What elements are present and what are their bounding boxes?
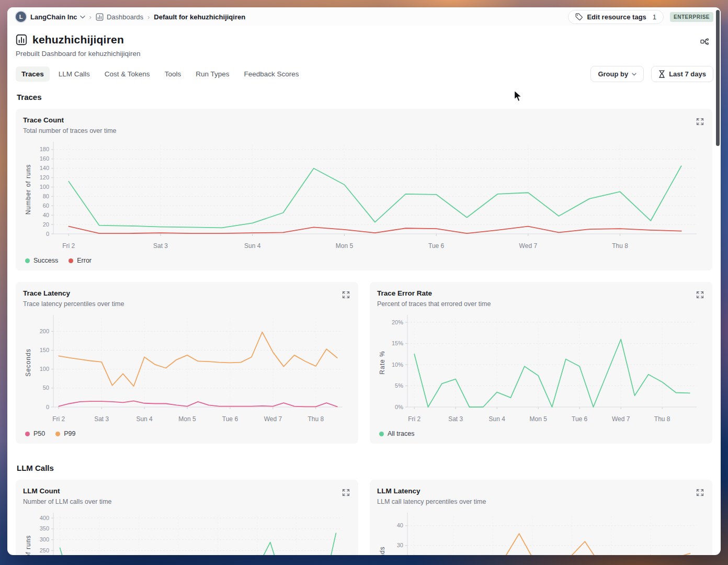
svg-text:30: 30 — [397, 542, 403, 548]
tab-list: TracesLLM CallsCost & TokensToolsRun Typ… — [16, 66, 590, 82]
expand-icon[interactable] — [693, 486, 706, 499]
legend-item-all-traces[interactable]: All traces — [379, 430, 414, 437]
page-title: kehuzhichijiqiren — [32, 33, 124, 46]
org-switcher[interactable]: LangChain Inc — [30, 13, 85, 21]
legend-item-error[interactable]: Error — [69, 257, 92, 264]
flow-tree-icon — [700, 37, 710, 47]
chart-trace-latency: 050100150200Fri 2Sat 3Sun 4Mon 5Tue 6Wed… — [23, 312, 351, 437]
edit-resource-tags-label: Edit resource tags — [587, 13, 646, 21]
chart-svg-llm-latency: 010203040Fri 2Sat 3Sun 4Mon 5Tue 6Wed 7T… — [377, 510, 705, 555]
legend-item-success[interactable]: Success — [25, 257, 58, 264]
svg-text:180: 180 — [40, 146, 49, 152]
expand-icon — [696, 291, 704, 299]
chart-legend: All traces — [379, 430, 705, 437]
group-by-button[interactable]: Group by — [590, 66, 644, 82]
chart-trace-error-rate: 0%5%10%15%20%Fri 2Sat 3Sun 4Mon 5Tue 6We… — [377, 312, 705, 437]
breadcrumb-dashboards-label: Dashboards — [107, 13, 143, 21]
svg-text:Mon 5: Mon 5 — [178, 415, 196, 423]
svg-text:Sun 4: Sun 4 — [244, 242, 261, 250]
flow-tree-icon-button[interactable] — [697, 33, 712, 49]
section-heading-traces: Traces — [17, 93, 712, 101]
tab-llm-calls[interactable]: LLM Calls — [53, 66, 96, 82]
svg-text:20: 20 — [43, 221, 49, 228]
legend-dot — [25, 258, 30, 263]
breadcrumb-separator: › — [89, 13, 92, 21]
legend-dot — [69, 258, 73, 263]
tab-run-types[interactable]: Run Types — [190, 66, 235, 82]
chevron-down-icon — [632, 73, 636, 76]
legend-label: All traces — [388, 430, 414, 437]
svg-text:50: 50 — [43, 385, 49, 391]
card-subtitle: Trace latency percentiles over time — [23, 300, 351, 308]
edit-resource-tags-button[interactable]: Edit resource tags 1 — [568, 10, 664, 24]
svg-text:Seconds: Seconds — [25, 348, 32, 377]
tag-icon — [575, 13, 583, 20]
card-subtitle: Total number of traces over time — [23, 127, 705, 134]
svg-text:Tue 6: Tue 6 — [572, 415, 588, 423]
chevron-down-icon — [80, 15, 85, 19]
svg-text:40: 40 — [397, 522, 403, 528]
legend-label: Error — [77, 257, 92, 264]
legend-label: P99 — [64, 430, 75, 437]
card-llm-count: LLM Count Number of LLM calls over time … — [16, 480, 358, 555]
svg-text:0%: 0% — [395, 404, 403, 410]
svg-text:Seconds: Seconds — [379, 546, 386, 555]
breadcrumb: L LangChain Inc › Dashboards › Default f… — [16, 12, 245, 22]
svg-text:10%: 10% — [392, 361, 403, 368]
card-title: Trace Error Rate — [377, 289, 705, 297]
tab-traces[interactable]: Traces — [16, 66, 50, 82]
chart-svg-trace-count: 020406080100120140160180Fri 2Sat 3Sun 4M… — [23, 139, 705, 253]
chart-controls: Group by Last 7 days — [590, 66, 713, 82]
plan-badge: ENTERPRISE — [670, 12, 713, 22]
breadcrumb-dashboards[interactable]: Dashboards — [96, 13, 143, 21]
svg-text:150: 150 — [40, 347, 49, 353]
card-title: LLM Latency — [377, 487, 705, 495]
legend-item-p50[interactable]: P50 — [25, 430, 45, 437]
dashboard-chart-icon — [96, 13, 104, 21]
edit-resource-tags-count: 1 — [653, 13, 656, 21]
card-trace-error-rate: Trace Error Rate Percent of traces that … — [370, 282, 712, 444]
expand-icon[interactable] — [693, 115, 706, 128]
svg-text:15%: 15% — [392, 340, 403, 346]
card-title: LLM Count — [23, 487, 351, 495]
org-avatar[interactable]: L — [16, 12, 26, 22]
svg-text:Number of runs: Number of runs — [25, 164, 32, 215]
svg-text:140: 140 — [40, 165, 49, 171]
legend-dot — [55, 432, 60, 436]
svg-text:Wed 7: Wed 7 — [264, 415, 282, 423]
svg-text:Sat 3: Sat 3 — [448, 415, 463, 423]
legend-item-p99[interactable]: P99 — [55, 430, 75, 437]
tab-tools[interactable]: Tools — [159, 66, 187, 82]
card-trace-latency: Trace Latency Trace latency percentiles … — [16, 282, 358, 444]
tab-cost-tokens[interactable]: Cost & Tokens — [99, 66, 156, 82]
breadcrumb-current-page: Default for kehuzhichijiqiren — [154, 13, 245, 21]
svg-text:Thu 8: Thu 8 — [654, 415, 670, 423]
chart-svg-trace-latency: 050100150200Fri 2Sat 3Sun 4Mon 5Tue 6Wed… — [23, 312, 351, 426]
group-by-label: Group by — [598, 70, 628, 78]
svg-text:Tue 6: Tue 6 — [428, 242, 445, 250]
chart-llm-latency: 010203040Fri 2Sat 3Sun 4Mon 5Tue 6Wed 7T… — [377, 510, 705, 555]
expand-icon[interactable] — [693, 288, 706, 301]
scrollbar-thumb[interactable] — [716, 10, 720, 146]
tab-feedback-scores[interactable]: Feedback Scores — [238, 66, 304, 82]
expand-icon[interactable] — [339, 288, 352, 301]
chart-legend: P50P99 — [25, 430, 351, 437]
svg-text:120: 120 — [40, 174, 49, 180]
expand-icon — [696, 118, 704, 126]
card-title: Trace Latency — [23, 289, 351, 297]
svg-text:Thu 8: Thu 8 — [612, 242, 628, 250]
legend-dot — [25, 432, 30, 436]
svg-text:200: 200 — [40, 328, 49, 334]
expand-icon — [342, 291, 350, 299]
svg-text:Thu 8: Thu 8 — [308, 415, 324, 423]
legend-label: Success — [33, 257, 58, 264]
time-range-button[interactable]: Last 7 days — [651, 66, 713, 82]
section-heading-llm-calls: LLM Calls — [17, 464, 712, 472]
svg-text:0: 0 — [46, 231, 49, 237]
svg-text:5%: 5% — [395, 382, 403, 389]
svg-text:350: 350 — [40, 525, 49, 532]
svg-text:160: 160 — [40, 155, 49, 162]
svg-text:Wed 7: Wed 7 — [612, 415, 630, 423]
expand-icon[interactable] — [339, 486, 352, 499]
app-window: L LangChain Inc › Dashboards › Default f… — [7, 7, 721, 555]
